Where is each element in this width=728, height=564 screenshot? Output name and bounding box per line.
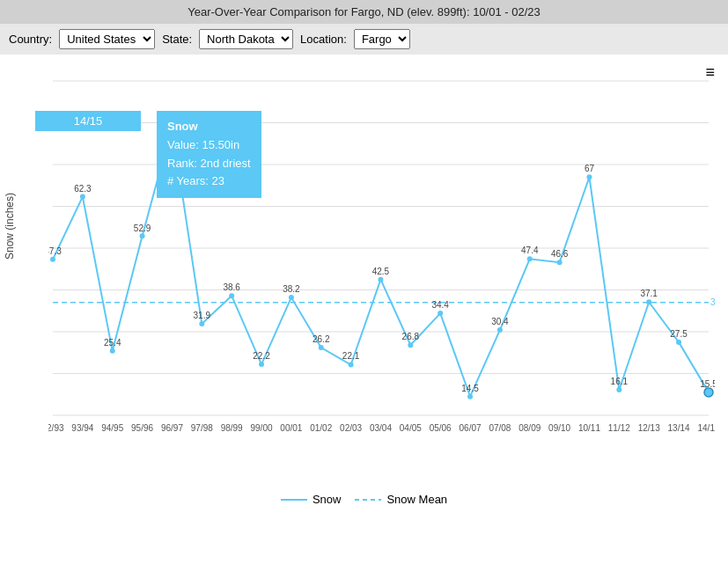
svg-point-61 (676, 340, 681, 345)
svg-text:14/15: 14/15 (697, 423, 715, 433)
header-title: Year-Over-Year Comparison for Fargo, ND … (188, 5, 540, 18)
controls-bar: Country: United States State: North Dako… (0, 24, 728, 55)
svg-text:27.5: 27.5 (670, 329, 688, 339)
svg-text:22.1: 22.1 (342, 351, 360, 361)
chart-legend: Snow Snow Mean (0, 486, 728, 513)
svg-point-29 (199, 321, 204, 326)
hamburger-menu[interactable]: ≡ (705, 63, 715, 82)
svg-point-39 (349, 363, 354, 368)
svg-point-33 (259, 362, 264, 367)
legend-mean-label: Snow Mean (386, 493, 447, 506)
svg-point-51 (527, 256, 533, 261)
svg-point-23 (110, 348, 115, 354)
svg-text:12/13: 12/13 (638, 423, 660, 433)
svg-point-37 (319, 345, 324, 350)
svg-point-45 (438, 311, 443, 316)
svg-text:47.4: 47.4 (521, 245, 539, 255)
svg-text:08/09: 08/09 (518, 423, 540, 433)
svg-point-25 (140, 233, 145, 238)
svg-text:67: 67 (585, 164, 595, 173)
svg-text:37: 37 (710, 297, 715, 307)
svg-text:97/98: 97/98 (191, 423, 213, 433)
svg-text:10/11: 10/11 (578, 423, 600, 433)
snow-line (53, 126, 709, 396)
svg-text:15.5: 15.5 (700, 379, 715, 389)
svg-text:98/99: 98/99 (221, 423, 243, 433)
svg-text:93/94: 93/94 (71, 423, 93, 433)
svg-text:14.5: 14.5 (461, 384, 479, 393)
svg-point-43 (408, 342, 413, 348)
legend-snow-line (281, 499, 307, 501)
svg-text:09/10: 09/10 (548, 423, 570, 433)
header-bar: Year-Over-Year Comparison for Fargo, ND … (0, 0, 728, 24)
chart-area: ≡ 10 2 (48, 63, 715, 433)
svg-text:25.4: 25.4 (104, 338, 121, 348)
svg-text:37.1: 37.1 (640, 289, 658, 298)
legend-snow: Snow (281, 493, 342, 506)
year-label: 14/15 (35, 111, 141, 131)
svg-text:47.3: 47.3 (48, 246, 62, 256)
chart-container: 14/15 Snow Value: 15.50in Rank: 2nd drie… (0, 55, 728, 486)
svg-text:42.5: 42.5 (372, 267, 390, 276)
location-select[interactable]: Fargo (354, 29, 410, 49)
state-select[interactable]: North Dakota (199, 29, 293, 49)
svg-point-47 (467, 394, 473, 399)
svg-text:62.3: 62.3 (74, 184, 92, 194)
svg-text:02/03: 02/03 (340, 423, 362, 433)
svg-point-49 (497, 327, 503, 333)
location-label: Location: (300, 33, 347, 46)
svg-text:05/06: 05/06 (430, 423, 452, 433)
svg-point-35 (289, 295, 294, 300)
state-label: State: (162, 33, 192, 46)
svg-point-41 (378, 277, 383, 282)
legend-mean: Snow Mean (355, 493, 447, 506)
svg-text:22.2: 22.2 (253, 351, 270, 361)
svg-text:07/08: 07/08 (489, 423, 511, 433)
svg-point-21 (80, 194, 85, 200)
y-axis-label: Snow (inches) (4, 193, 16, 260)
svg-point-63 (704, 388, 713, 397)
svg-text:79.21: 79.21 (161, 113, 183, 122)
svg-text:99/00: 99/00 (251, 423, 273, 433)
svg-text:13/14: 13/14 (668, 423, 690, 433)
svg-text:11/12: 11/12 (608, 423, 630, 433)
svg-text:46.6: 46.6 (551, 249, 569, 259)
svg-point-19 (50, 257, 55, 262)
legend-mean-line (355, 499, 381, 501)
svg-text:16.1: 16.1 (611, 377, 629, 386)
svg-text:52.9: 52.9 (134, 223, 151, 233)
svg-text:26.2: 26.2 (313, 334, 330, 344)
svg-text:38.6: 38.6 (223, 282, 240, 292)
svg-point-55 (586, 174, 592, 179)
svg-point-59 (646, 299, 651, 304)
svg-text:38.2: 38.2 (283, 284, 300, 294)
svg-text:00/01: 00/01 (280, 423, 302, 433)
svg-point-27 (169, 123, 174, 128)
svg-text:06/07: 06/07 (460, 423, 482, 433)
svg-text:30.4: 30.4 (491, 317, 509, 326)
svg-text:95/96: 95/96 (131, 423, 153, 433)
svg-text:94/95: 94/95 (101, 423, 123, 433)
svg-text:96/97: 96/97 (161, 423, 183, 433)
chart-svg: 10 20 30 40 50 60 70 80 90 (48, 63, 715, 433)
svg-text:26.8: 26.8 (402, 332, 420, 341)
country-select[interactable]: United States (59, 29, 155, 49)
svg-point-31 (229, 293, 234, 298)
svg-text:92/93: 92/93 (48, 423, 64, 433)
svg-point-53 (557, 260, 563, 265)
legend-snow-label: Snow (313, 493, 342, 506)
svg-text:34.4: 34.4 (431, 300, 449, 310)
svg-point-57 (616, 387, 621, 392)
svg-text:31.9: 31.9 (194, 311, 211, 320)
country-label: Country: (9, 33, 52, 46)
svg-text:04/05: 04/05 (400, 423, 422, 433)
svg-text:03/04: 03/04 (370, 423, 392, 433)
svg-text:01/02: 01/02 (310, 423, 332, 433)
